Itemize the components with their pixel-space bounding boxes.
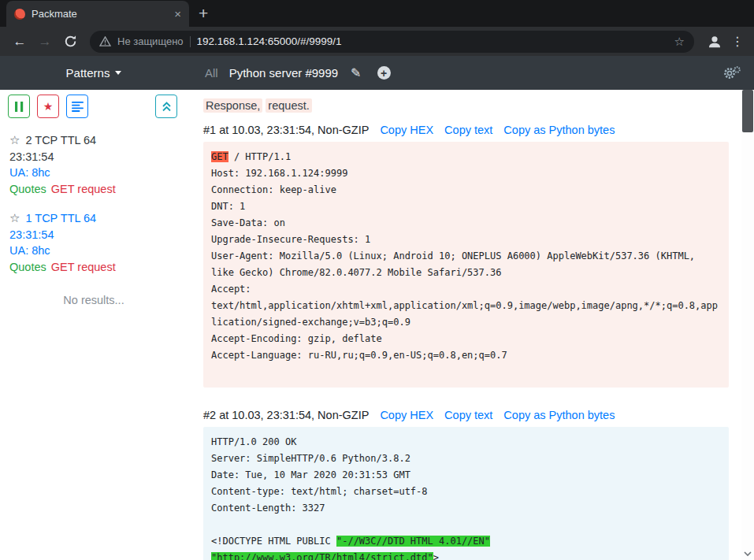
new-tab-button[interactable]: +: [199, 5, 208, 21]
stream-title: 2 TCP TTL 64: [25, 134, 96, 146]
profile-avatar-icon[interactable]: [707, 34, 722, 50]
packet-view: Response, request. #1 at 10.03, 23:31:54…: [188, 90, 741, 560]
packet-text: Accept-Language: ru-RU,ru;q=0.9,en-US;q=…: [211, 350, 507, 361]
add-service-button[interactable]: +: [377, 66, 391, 80]
packet-text: Upgrade-Insecure-Requests: 1: [211, 234, 370, 245]
reload-icon: [64, 35, 77, 48]
bookmark-star-icon[interactable]: ☆: [674, 35, 685, 49]
packet-text: DNT: 1: [211, 201, 245, 212]
copy-action-link[interactable]: Copy text: [444, 124, 492, 136]
packet-line: Upgrade-Insecure-Requests: 1: [211, 232, 721, 248]
plus-icon: +: [381, 67, 387, 78]
security-label: Не защищено: [117, 35, 184, 47]
legend-pattern-name: request.: [266, 98, 311, 113]
copy-action-link[interactable]: Copy as Python bytes: [503, 124, 615, 136]
list-icon: [72, 102, 84, 112]
packet-line: DNT: 1: [211, 198, 721, 215]
stream-sidebar: ★ ☆2 TCP TTL 6423:31: [0, 90, 188, 560]
stream-tag-quotes: Quotes: [9, 183, 46, 195]
packet-line: Accept-Language: ru-RU,ru;q=0.9,en-US;q=…: [211, 347, 721, 364]
stream-user-agent: UA: 8hc: [9, 165, 178, 181]
content-area: ★ ☆2 TCP TTL 6423:31: [0, 90, 754, 560]
double-chevron-up-icon: [162, 102, 172, 112]
stream-list-item[interactable]: ☆1 TCP TTL 6423:31:54UA: 8hcQuotesGET re…: [0, 210, 188, 275]
stream-tags: QuotesGET request: [9, 259, 178, 276]
packet-line: Date: Tue, 10 Mar 2020 20:31:53 GMT: [211, 467, 721, 484]
pause-capture-button[interactable]: [8, 95, 30, 118]
packet-text: Save-Data: on: [211, 217, 285, 228]
packet-line: Save-Data: on: [211, 215, 721, 232]
packet-text: Accept-Encoding: gzip, deflate: [211, 333, 382, 344]
stream-title-row: ☆1 TCP TTL 64: [9, 210, 178, 227]
scroll-down-button[interactable]: [742, 548, 753, 559]
stream-user-agent: UA: 8hc: [9, 243, 178, 259]
packet-line: [211, 364, 721, 380]
browser-toolbar: ← → Не защищено 192.168.1.124:65000/#/99…: [0, 27, 754, 56]
packet-text: Host: 192.168.1.124:9999: [211, 168, 347, 179]
stream-tag-quotes: Quotes: [9, 261, 46, 273]
packet-text: Content-Length: 3327: [211, 503, 325, 514]
stream-tag-get-request: GET request: [51, 261, 116, 273]
back-button[interactable]: ←: [8, 35, 32, 48]
stream-list: ☆2 TCP TTL 6423:31:54UA: 8hcQuotesGET re…: [0, 132, 188, 275]
address-bar[interactable]: Не защищено 192.168.1.124:65000/#/9999/1…: [90, 31, 694, 53]
stream-tag-get-request: GET request: [51, 183, 116, 195]
packet-text: Accept: text/html,application/xhtml+xml,…: [211, 284, 718, 328]
collapse-panel-button[interactable]: [155, 95, 177, 118]
stream-list-item[interactable]: ☆2 TCP TTL 6423:31:54UA: 8hcQuotesGET re…: [0, 132, 188, 197]
packet-line: Content-Length: 3327: [211, 500, 721, 517]
gears-icon: [722, 65, 741, 80]
copy-action-link[interactable]: Copy HEX: [380, 409, 433, 421]
person-icon: [707, 34, 722, 50]
copy-action-link[interactable]: Copy HEX: [380, 124, 433, 136]
packet-text: Server: SimpleHTTP/0.6 Python/3.8.2: [211, 453, 410, 464]
app-header: Patterns All Python server #9999 ✎ +: [0, 56, 754, 90]
favorites-filter-button[interactable]: ★: [37, 95, 59, 118]
copy-action-link[interactable]: Copy text: [444, 409, 492, 421]
forward-button[interactable]: →: [33, 35, 57, 48]
sidebar-toolbar: ★: [0, 95, 188, 118]
browser-window: Packmate × + ← → Не защищено 192.168.1.1…: [0, 0, 754, 560]
browser-menu-kebab-icon[interactable]: ⋮: [729, 34, 746, 49]
packet-block: #1 at 10.03, 23:31:54, Non-GZIPCopy HEXC…: [203, 124, 729, 388]
stream-title-row: ☆2 TCP TTL 64: [9, 132, 178, 149]
packet-header-label: #1 at 10.03, 23:31:54, Non-GZIP: [203, 124, 369, 136]
packet-body-response: HTTP/1.0 200 OKServer: SimpleHTTP/0.6 Py…: [203, 427, 729, 560]
favorite-star-icon[interactable]: ☆: [9, 133, 20, 146]
chevron-down-icon: [742, 548, 753, 559]
patterns-label: Patterns: [66, 66, 110, 80]
tab-python-server[interactable]: Python server #9999: [229, 66, 338, 80]
packmate-favicon-icon: [14, 9, 25, 20]
packet-line: Accept: text/html,application/xhtml+xml,…: [211, 281, 721, 331]
packet-block: #2 at 10.03, 23:31:54, Non-GZIPCopy HEXC…: [203, 409, 729, 560]
packet-text: HTTP/1.0 200 OK: [211, 436, 296, 447]
packet-line: HTTP/1.0 200 OK: [211, 434, 721, 451]
edit-service-icon[interactable]: ✎: [351, 67, 361, 80]
scrollbar-thumb[interactable]: [742, 90, 753, 132]
packet-line: <!DOCTYPE HTML PUBLIC "-//W3C//DTD HTML …: [211, 533, 721, 560]
packet-line: User-Agent: Mozilla/5.0 (Linux; Android …: [211, 248, 721, 281]
star-icon: ★: [43, 101, 54, 112]
browser-tab[interactable]: Packmate ×: [6, 1, 189, 27]
packet-list: #1 at 10.03, 23:31:54, Non-GZIPCopy HEXC…: [203, 124, 729, 560]
packet-text: Content-type: text/html; charset=utf-8: [211, 486, 428, 497]
scrollbar-track[interactable]: [741, 90, 754, 560]
browser-tab-strip: Packmate × +: [0, 0, 754, 27]
copy-action-link[interactable]: Copy as Python bytes: [503, 409, 615, 421]
tab-close-icon[interactable]: ×: [174, 8, 181, 20]
chevron-down-icon: [115, 71, 121, 75]
legend-pattern-name: Response,: [203, 98, 262, 113]
list-view-button[interactable]: [66, 95, 88, 118]
packet-body-request: GET / HTTP/1.1Host: 192.168.1.124:9999Co…: [203, 142, 729, 388]
settings-gears-icon[interactable]: [722, 65, 741, 80]
packet-text: Date: Tue, 10 Mar 2020 20:31:53 GMT: [211, 469, 410, 480]
packet-text: / HTTP/1.1: [228, 151, 291, 162]
tab-all[interactable]: All: [205, 66, 218, 80]
no-results-label: No results...: [0, 294, 188, 306]
stream-time: 23:31:54: [9, 149, 178, 165]
reload-button[interactable]: [58, 35, 82, 48]
patterns-dropdown[interactable]: Patterns: [0, 66, 188, 80]
url-text[interactable]: 192.168.1.124:65000/#/9999/1: [197, 35, 668, 47]
favorite-star-icon[interactable]: ☆: [9, 211, 20, 224]
security-warning-icon: [99, 36, 111, 46]
